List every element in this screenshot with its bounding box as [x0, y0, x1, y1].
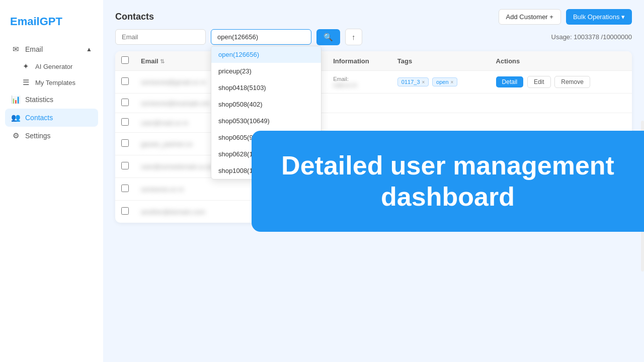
remove-button[interactable]: Remove — [554, 160, 590, 172]
row-checkbox[interactable] — [121, 162, 129, 169]
detail-button[interactable]: Detail — [496, 206, 524, 217]
actions-cell: Detail Edit Remove — [490, 178, 632, 201]
tag-close[interactable]: × — [422, 187, 425, 192]
tag-badge-open: open × — [432, 185, 457, 194]
sidebar-item-contacts-label: Contacts — [25, 114, 53, 122]
contacts-icon: 👥 — [11, 113, 20, 122]
edit-button[interactable]: Edit — [527, 206, 551, 218]
row-checkbox[interactable] — [121, 139, 129, 147]
upload-icon: ↑ — [352, 33, 356, 41]
row-checkbox[interactable] — [121, 77, 129, 85]
tag-badge-open: open × — [432, 162, 457, 171]
table-row: gauws_partner.co Email: artn er.co 0117_… — [115, 133, 632, 155]
dropdown-item-shop0530[interactable]: shop0530(10649) — [211, 113, 321, 129]
info-label: Email: — [333, 163, 385, 169]
dropdown-item-shop0605[interactable]: shop0605(90) — [211, 129, 321, 146]
dropdown-item-shop1008[interactable]: shop1008(13755) — [211, 162, 321, 179]
table-header-row: Email ⇅ Fi... Phone Information Tags Act… — [115, 51, 632, 71]
logo: EmailGPT — [0, 10, 103, 40]
sidebar-item-email-label: Email — [25, 45, 43, 53]
add-customer-button[interactable]: Add Customer + — [499, 9, 561, 25]
tags-cell: 0117_3 × open × — [391, 178, 490, 201]
sidebar-item-statistics[interactable]: 📊 Statistics — [5, 90, 98, 109]
row-checkbox[interactable] — [121, 99, 129, 106]
email-cell: someone@example.om — [141, 100, 210, 107]
sidebar-item-settings[interactable]: ⚙ Settings — [5, 127, 98, 145]
row-checkbox[interactable] — [121, 185, 129, 192]
tag-open-close[interactable]: × — [451, 141, 454, 147]
info-value: l.com — [333, 212, 385, 218]
logo-highlight: GPT — [40, 15, 62, 28]
sidebar: EmailGPT ✉ Email ▲ ✦ AI Generator ☰ My T… — [0, 0, 103, 362]
actions-cell: Detail Edit Remove — [490, 71, 632, 94]
logo-text: Email — [10, 15, 40, 28]
dropdown-item-open[interactable]: open(126656) — [211, 46, 321, 63]
info-cell: Email: artn er.co — [327, 133, 391, 155]
dropdown-item-priceup[interactable]: priceup(23) — [211, 63, 321, 79]
contacts-table-wrap: Email ⇅ Fi... Phone Information Tags Act… — [115, 51, 632, 223]
tag-close[interactable]: × — [422, 79, 425, 85]
tag-open-close[interactable]: × — [451, 164, 454, 169]
actions-cell: Detail Edit Remove — [490, 155, 632, 178]
info-label: Email: — [333, 206, 385, 212]
my-templates-icon: ☰ — [21, 78, 30, 87]
email-submenu: ✦ AI Generator ☰ My Templates — [5, 58, 98, 90]
edit-button[interactable]: Edit — [527, 160, 551, 172]
scroll-indicator[interactable] — [641, 121, 644, 272]
tag-open-close[interactable]: × — [451, 79, 454, 85]
tag-close[interactable]: × — [422, 141, 425, 147]
tag-badge: 0117_3 × — [397, 162, 429, 171]
row-checkbox[interactable] — [121, 118, 129, 126]
tag-open-close[interactable]: × — [451, 187, 454, 192]
detail-button[interactable]: Detail — [496, 161, 524, 172]
tag-badge: 0117_3 × — [397, 139, 429, 148]
remove-button[interactable]: Remove — [554, 76, 590, 88]
page-header: Contacts Add Customer + Bulk Operations … — [103, 0, 644, 29]
search-filter-wrap: open(126656) priceup(23) shop0418(5103) … — [211, 29, 311, 45]
tag-close[interactable]: × — [422, 164, 425, 169]
sidebar-item-contacts[interactable]: 👥 Contacts — [5, 109, 98, 127]
tag-open-close[interactable]: × — [451, 209, 454, 215]
sidebar-item-statistics-label: Statistics — [25, 96, 53, 104]
dropdown-item-shop0628[interactable]: shop0628(12122) — [211, 146, 321, 162]
tag-badge: 0117_3 × — [397, 77, 429, 86]
edit-button[interactable]: Edit — [527, 183, 551, 195]
email-cell: another@domain.com — [141, 208, 205, 216]
detail-button[interactable]: Detail — [496, 76, 524, 87]
sidebar-item-ai-generator[interactable]: ✦ AI Generator — [15, 58, 98, 74]
edit-button[interactable]: Edit — [527, 76, 551, 88]
dropdown-item-shop0508[interactable]: shop0508(402) — [211, 96, 321, 113]
table-row: someone@gmail.co m Email: mail.co m 0117… — [115, 71, 632, 94]
dropdown-item-shop0418[interactable]: shop0418(5103) — [211, 79, 321, 96]
filter-dropdown: open(126656) priceup(23) shop0418(5103) … — [211, 46, 321, 179]
row-checkbox[interactable] — [121, 207, 129, 215]
search-email-input[interactable] — [115, 29, 206, 45]
chevron-up-icon: ▲ — [86, 46, 92, 53]
table-row: user@somedomain.a.com Email: 0117_3 × op… — [115, 155, 632, 178]
header-actions: Add Customer + Bulk Operations ▾ — [499, 9, 632, 25]
info-label: Email: — [333, 76, 385, 82]
detail-button[interactable]: Detail — [496, 184, 524, 195]
select-all-checkbox[interactable] — [121, 56, 129, 64]
info-cell: Email: — [327, 155, 391, 178]
sidebar-item-email[interactable]: ✉ Email ▲ — [5, 40, 98, 58]
upload-button[interactable]: ↑ — [345, 29, 362, 45]
table-row: someone.co m Email: gmail.co m 0117_3 × … — [115, 178, 632, 201]
email-cell: someone.co m — [141, 186, 184, 193]
tag-close[interactable]: × — [422, 209, 425, 215]
remove-button[interactable]: Remove — [554, 206, 590, 218]
search-filter-input[interactable] — [211, 29, 311, 45]
remove-button[interactable]: Remove — [554, 183, 590, 195]
search-icon: 🔍 — [324, 33, 333, 41]
email-cell: user@somedomain.a.com — [141, 163, 217, 170]
bulk-operations-button[interactable]: Bulk Operations ▾ — [566, 9, 632, 25]
col-information: Information — [327, 51, 391, 71]
info-value: mail.co m — [333, 82, 385, 88]
statistics-icon: 📊 — [11, 95, 20, 104]
info-label: Email: — [333, 138, 385, 144]
sidebar-item-my-templates[interactable]: ☰ My Templates — [15, 74, 98, 90]
sidebar-item-ai-generator-label: AI Generator — [35, 63, 72, 70]
search-button[interactable]: 🔍 — [316, 29, 340, 45]
tag-badge: 0117_3 × — [397, 185, 429, 194]
scroll-thumb — [641, 131, 644, 161]
